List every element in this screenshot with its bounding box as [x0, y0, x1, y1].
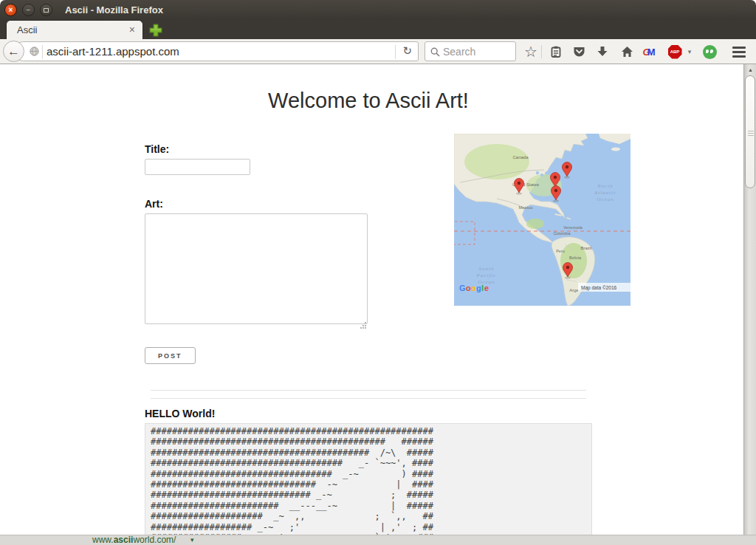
- navigation-toolbar: ↻ ← ☆: [0, 39, 756, 64]
- new-tab-plus-icon: [148, 23, 163, 37]
- page-content: Welcome to Ascii Art! Title: Art: POST H…: [0, 64, 743, 535]
- globe-icon: [30, 47, 39, 56]
- svg-text:l: l: [481, 284, 484, 292]
- urlbar-separator-right: [395, 45, 396, 59]
- title-input[interactable]: [145, 159, 250, 175]
- art-textarea[interactable]: [145, 213, 368, 324]
- svg-text:g: g: [476, 284, 481, 292]
- svg-text:o: o: [471, 284, 476, 292]
- resize-handle-icon[interactable]: [360, 322, 366, 329]
- adblock-badge: ABP: [668, 45, 682, 59]
- reload-icon[interactable]: ↻: [402, 44, 412, 58]
- hangouts-extension-icon[interactable]: [700, 39, 719, 64]
- svg-text:e: e: [484, 284, 489, 292]
- hangouts-badge: [703, 45, 717, 59]
- reading-list-icon[interactable]: [546, 39, 566, 64]
- address-bar[interactable]: ↻: [13, 41, 419, 61]
- scrollbar-thumb[interactable]: [745, 75, 755, 188]
- svg-text:G: G: [459, 284, 466, 292]
- tab-label: Ascii: [17, 24, 37, 35]
- window-title: Ascii - Mozilla Firefox: [65, 0, 163, 20]
- vertical-scrollbar[interactable]: ▲: [743, 64, 756, 535]
- urlbar-separator: [42, 45, 43, 59]
- pocket-glyph: [573, 46, 585, 58]
- status-link-suffix: world.com/: [133, 535, 176, 545]
- maximize-square-glyph: [44, 8, 49, 13]
- map-label-north-atlantic-2: Atlantic: [594, 190, 616, 196]
- tab-close-icon[interactable]: ×: [129, 24, 135, 35]
- map-label-colombia: Colombia: [553, 231, 571, 236]
- section-divider: [151, 390, 586, 399]
- google-logo: G o o g l e: [459, 284, 489, 292]
- scrollbar-grip: [748, 129, 754, 137]
- back-button[interactable]: ←: [3, 41, 24, 62]
- gmail-m-glyph: M: [647, 47, 656, 58]
- post-button[interactable]: POST: [145, 347, 196, 364]
- map-label-peru: Peru: [556, 249, 565, 253]
- url-input[interactable]: [47, 43, 371, 60]
- map-label-south-pacific-1: South: [479, 266, 495, 272]
- map-label-venezuela: Venezuela: [563, 225, 583, 230]
- map-label-canada: Canada: [512, 155, 529, 160]
- page-title: Welcome to Ascii Art!: [145, 89, 592, 113]
- window-titlebar[interactable]: × − Ascii - Mozilla Firefox: [0, 0, 756, 20]
- home-glyph: [621, 46, 633, 58]
- map-label-bolivia: Bolivia: [569, 256, 582, 260]
- status-caret-icon[interactable]: ▾: [190, 535, 194, 545]
- window-close-icon[interactable]: ×: [4, 4, 17, 16]
- adblock-icon[interactable]: ABP: [666, 39, 684, 64]
- map-label-north-atlantic-3: Ocean: [597, 196, 614, 202]
- map-label-south-pacific-2: Pacific: [476, 272, 497, 278]
- tab-ascii[interactable]: Ascii ×: [6, 20, 143, 39]
- window-maximize-icon[interactable]: [40, 4, 52, 16]
- map-label-brazil: Brazil: [580, 246, 591, 250]
- status-link-prefix: www.: [92, 535, 114, 545]
- download-arrow-glyph: [597, 46, 608, 58]
- status-link: www.asciiworld.com/: [92, 535, 176, 545]
- map-label-mexico: Mexico: [518, 205, 533, 210]
- search-input[interactable]: [443, 43, 511, 60]
- download-icon[interactable]: [593, 39, 612, 64]
- toolbar-separator: [541, 45, 542, 58]
- home-icon[interactable]: [617, 39, 636, 64]
- status-link-bold: ascii: [114, 535, 134, 545]
- gmail-extension-icon[interactable]: G M: [639, 39, 659, 64]
- menu-icon[interactable]: [726, 39, 752, 64]
- google-map[interactable]: Canada United States Mexico Venezuela Co…: [454, 134, 630, 306]
- svg-text:o: o: [466, 284, 471, 292]
- search-icon: [430, 47, 440, 57]
- clipboard-glyph: [550, 46, 562, 58]
- scroll-up-icon[interactable]: ▲: [745, 65, 756, 75]
- bookmark-star-icon[interactable]: ☆: [521, 39, 540, 64]
- window-minimize-icon[interactable]: −: [22, 4, 35, 16]
- search-bar[interactable]: [425, 41, 516, 61]
- map-label-north-atlantic-1: North: [597, 183, 613, 189]
- entry-title: HELLO World!: [145, 408, 592, 419]
- browser-window: × − Ascii - Mozilla Firefox Ascii ×: [0, 0, 756, 545]
- status-bar: www.asciiworld.com/ ▾: [0, 535, 756, 545]
- map-attribution: Map data ©2016: [581, 285, 617, 291]
- new-tab-button[interactable]: [148, 23, 163, 37]
- back-arrow-icon: ←: [7, 44, 20, 59]
- adblock-dropdown-icon[interactable]: ▾: [684, 39, 695, 64]
- ascii-art-block: ########################################…: [145, 423, 592, 535]
- tab-bar: Ascii ×: [0, 20, 756, 39]
- pocket-icon[interactable]: [569, 39, 588, 64]
